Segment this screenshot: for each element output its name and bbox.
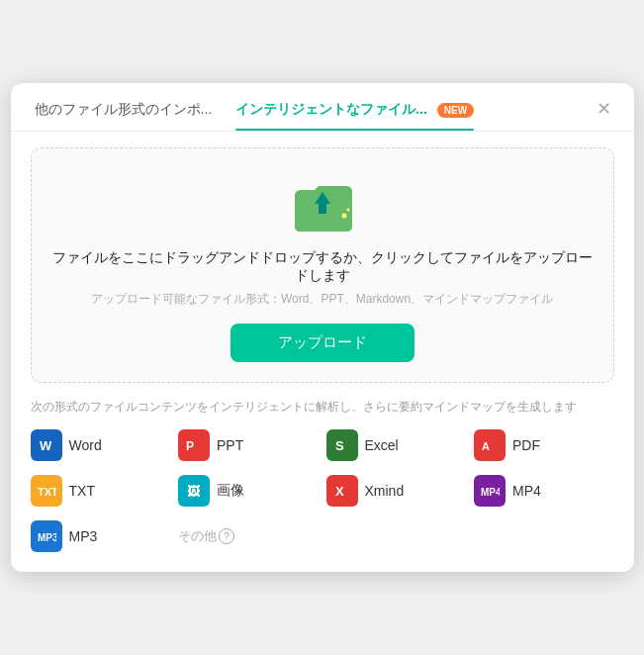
format-mp3[interactable]: MP3 MP3	[31, 520, 171, 552]
image-label: 画像	[217, 482, 244, 500]
mp3-icon: MP3	[31, 520, 62, 552]
upload-dropzone[interactable]: ファイルをここにドラッグアンドドロップするか、クリックしてファイルをアップロード…	[31, 147, 614, 383]
formats-description: 次の形式のファイルコンテンツをインテリジェントに解析し、さらに要約マインドマップ…	[31, 399, 614, 416]
ppt-icon: P	[178, 429, 210, 461]
formats-grid: W Word P PPT S Excel A	[31, 429, 614, 552]
svg-text:🖼: 🖼	[187, 484, 200, 499]
format-mp4[interactable]: MP4 MP4	[474, 475, 614, 507]
format-xmind[interactable]: X Xmind	[326, 475, 467, 507]
upload-title: ファイルをここにドラッグアンドドロップするか、クリックしてファイルをアップロード…	[51, 249, 594, 285]
upload-button[interactable]: アップロード	[230, 324, 414, 362]
svg-text:W: W	[40, 438, 52, 453]
svg-text:P: P	[186, 439, 194, 453]
formats-section: 次の形式のファイルコンテンツをインテリジェントに解析し、さらに要約マインドマップ…	[31, 399, 614, 552]
svg-text:A: A	[482, 440, 490, 452]
format-txt[interactable]: TXT TXT	[31, 475, 171, 507]
upload-folder-icon	[287, 176, 358, 235]
image-icon: 🖼	[178, 475, 210, 507]
svg-point-1	[341, 214, 346, 219]
word-icon: W	[31, 429, 62, 461]
svg-text:X: X	[335, 484, 344, 499]
other-label: その他 ?	[178, 527, 234, 545]
xmind-label: Xmind	[365, 483, 405, 499]
txt-label: TXT	[69, 483, 95, 499]
svg-text:S: S	[335, 438, 344, 453]
format-word[interactable]: W Word	[31, 429, 171, 461]
format-ppt[interactable]: P PPT	[178, 429, 319, 461]
word-label: Word	[69, 437, 102, 453]
close-button[interactable]: ✕	[593, 97, 616, 121]
xmind-icon: X	[326, 475, 358, 507]
pdf-label: PDF	[512, 437, 540, 453]
format-excel[interactable]: S Excel	[326, 429, 467, 461]
mp4-icon: MP4	[474, 475, 506, 507]
mp4-label: MP4	[512, 483, 541, 499]
tab-bar: 他のファイル形式のインポ... インテリジェントなファイル... NEW	[11, 83, 634, 132]
excel-icon: S	[326, 429, 358, 461]
excel-label: Excel	[365, 437, 399, 453]
upload-subtitle: アップロード可能なファイル形式：Word、PPT、Markdown、マインドマッ…	[91, 291, 553, 308]
tab-intelligent-file[interactable]: インテリジェントなファイル... NEW	[235, 101, 474, 131]
svg-text:TXT: TXT	[38, 486, 56, 498]
import-dialog: ✕ 他のファイル形式のインポ... インテリジェントなファイル... NEW フ…	[11, 83, 634, 572]
mp3-label: MP3	[69, 528, 98, 544]
svg-point-2	[346, 209, 349, 212]
format-other[interactable]: その他 ?	[178, 520, 319, 552]
txt-icon: TXT	[31, 475, 62, 507]
ppt-label: PPT	[217, 437, 243, 453]
format-pdf[interactable]: A PDF	[474, 429, 614, 461]
new-badge: NEW	[437, 103, 474, 118]
svg-text:MP3: MP3	[38, 532, 56, 543]
svg-text:MP4: MP4	[481, 487, 500, 498]
tab-other-formats[interactable]: 他のファイル形式のインポ...	[35, 101, 213, 131]
help-icon[interactable]: ?	[219, 528, 234, 544]
pdf-icon: A	[474, 429, 506, 461]
format-image[interactable]: 🖼 画像	[178, 475, 319, 507]
